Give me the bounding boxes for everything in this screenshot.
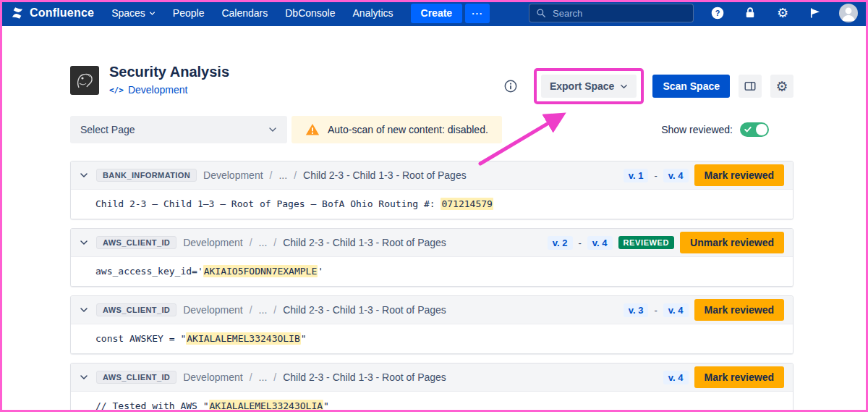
finding-row: AWS_CLIENT_ID Development / ... / Child …	[70, 295, 793, 354]
scan-space-button[interactable]: Scan Space	[652, 75, 730, 98]
mark-reviewed-button[interactable]: Mark reviewed	[694, 366, 785, 388]
nav-item-dbconsole[interactable]: DbConsole	[285, 7, 335, 19]
select-page-dropdown[interactable]: Select Page	[70, 116, 287, 143]
unmark-reviewed-button[interactable]: Unmark reviewed	[680, 232, 784, 253]
gear-icon[interactable]: ⚙	[774, 4, 791, 22]
mark-reviewed-button[interactable]: Mark reviewed	[694, 164, 785, 186]
chevron-down-icon	[268, 125, 277, 134]
finding-snippet: // Tested with AWS "AKIALALEMEL33243OLIA…	[71, 391, 793, 412]
collapse-chevron-icon[interactable]	[80, 373, 88, 382]
chevron-down-icon	[620, 83, 628, 91]
mark-reviewed-button[interactable]: Mark reviewed	[694, 299, 785, 321]
help-icon[interactable]: ?	[709, 4, 726, 22]
finding-row: AWS_CLIENT_ID Development / ... / Child …	[70, 228, 793, 287]
finding-type-badge: AWS_CLIENT_ID	[96, 236, 176, 249]
finding-snippet: Child 2-3 — Child 1—3 — Root of Pages — …	[71, 189, 793, 219]
finding-row: AWS_CLIENT_ID Development / ... / Child …	[70, 363, 793, 412]
finding-type-badge: AWS_CLIENT_ID	[96, 303, 176, 316]
finding-header: BANK_INFORMATION Development / ... / Chi…	[71, 161, 793, 189]
panel-icon	[744, 80, 757, 93]
flag-icon[interactable]	[807, 4, 824, 22]
board-view-button[interactable]	[739, 75, 762, 98]
breadcrumb-ellipsis[interactable]: ...	[259, 304, 268, 316]
check-icon	[744, 126, 752, 133]
gear-icon: ⚙	[775, 80, 788, 93]
svg-text:?: ?	[715, 9, 720, 17]
collapse-chevron-icon[interactable]	[80, 238, 88, 247]
warning-icon	[305, 122, 320, 137]
secret-highlight: AKIAIO5FODNN7EXAMPLE	[203, 265, 318, 277]
top-navbar: Confluence Spaces People Calendars DbCon…	[0, 0, 868, 26]
info-icon[interactable]	[503, 79, 518, 93]
confluence-logo-icon	[10, 6, 25, 20]
breadcrumb-space[interactable]: Development	[203, 169, 263, 181]
breadcrumb-space[interactable]: Development	[183, 371, 243, 383]
version-from-link[interactable]: v. 3	[624, 303, 649, 317]
toolbar-row: Select Page Auto-scan of new content: di…	[70, 116, 793, 143]
breadcrumb-space[interactable]: Development	[183, 304, 243, 316]
secret-highlight: 071214579	[441, 198, 493, 210]
export-space-button[interactable]: Export Space	[541, 75, 637, 98]
finding-type-badge: BANK_INFORMATION	[96, 169, 197, 182]
secret-highlight: AKIALALEMEL33243OLIA	[209, 400, 324, 412]
chevron-down-icon	[149, 10, 156, 17]
version-to-link[interactable]: v. 4	[663, 303, 689, 317]
user-avatar[interactable]	[839, 4, 858, 22]
space-settings-button[interactable]: ⚙	[770, 75, 793, 98]
version-from-link[interactable]: v. 1	[624, 169, 649, 182]
space-link-development[interactable]: Development	[128, 84, 188, 96]
version-to-link[interactable]: v. 4	[587, 236, 613, 250]
space-type-icon: </>	[109, 85, 124, 95]
space-avatar[interactable]	[70, 66, 99, 95]
show-reviewed-toggle[interactable]	[740, 122, 769, 137]
confluence-home-link[interactable]: Confluence	[10, 6, 94, 20]
lock-icon[interactable]	[741, 4, 759, 22]
page-header: Security Analysis </> Development Export…	[70, 64, 793, 104]
collapse-chevron-icon[interactable]	[80, 171, 88, 180]
findings-list: BANK_INFORMATION Development / ... / Chi…	[70, 161, 793, 412]
nav-item-analytics[interactable]: Analytics	[353, 7, 393, 19]
finding-row: BANK_INFORMATION Development / ... / Chi…	[70, 161, 793, 219]
reviewed-badge: REVIEWED	[618, 236, 674, 249]
finding-snippet: const AWSKEY = "AKIALALEMEL33243OLIB"	[71, 324, 793, 353]
breadcrumb-space[interactable]: Development	[183, 237, 243, 248]
breadcrumb-page[interactable]: Child 2-3 - Child 1-3 - Root of Pages	[283, 371, 446, 383]
secret-highlight: AKIALALEMEL33243OLIB	[186, 332, 301, 345]
toggle-knob	[756, 124, 767, 135]
breadcrumb-ellipsis[interactable]: ...	[259, 371, 268, 383]
nav-more-button[interactable]: ···	[465, 4, 490, 23]
breadcrumb-page[interactable]: Child 2-3 - Child 1-3 - Root of Pages	[283, 237, 446, 248]
breadcrumb-page[interactable]: Child 2-3 - Child 1-3 - Root of Pages	[283, 304, 446, 316]
version-to-link[interactable]: v. 4	[663, 169, 689, 182]
finding-snippet: aws_access_key_id='AKIAIO5FODNN7EXAMPLE'	[71, 256, 793, 286]
main-content: Security Analysis </> Development Export…	[0, 26, 868, 412]
finding-header: AWS_CLIENT_ID Development / ... / Child …	[71, 229, 793, 256]
breadcrumb-ellipsis[interactable]: ...	[278, 169, 287, 181]
create-button[interactable]: Create	[411, 4, 463, 23]
page-title: Security Analysis	[109, 64, 229, 80]
version-link[interactable]: v. 4	[663, 371, 689, 384]
breadcrumb-ellipsis[interactable]: ...	[259, 237, 268, 248]
show-reviewed-label: Show reviewed:	[661, 124, 733, 135]
nav-item-people[interactable]: People	[173, 7, 205, 19]
search-box[interactable]	[529, 4, 694, 22]
search-icon	[536, 8, 546, 18]
nav-item-calendars[interactable]: Calendars	[221, 7, 268, 19]
annotation-highlight-box: Export Space	[534, 68, 644, 104]
primary-nav: Spaces People Calendars DbConsole Analyt…	[111, 7, 393, 19]
finding-header: AWS_CLIENT_ID Development / ... / Child …	[71, 296, 793, 324]
autoscan-warning-banner: Auto-scan of new content: disabled.	[292, 116, 502, 143]
collapse-chevron-icon[interactable]	[80, 306, 88, 314]
brand-name: Confluence	[30, 7, 94, 20]
version-from-link[interactable]: v. 2	[548, 236, 573, 250]
nav-item-spaces[interactable]: Spaces	[111, 7, 156, 19]
search-input[interactable]	[551, 7, 674, 20]
finding-type-badge: AWS_CLIENT_ID	[96, 371, 176, 384]
warning-text: Auto-scan of new content: disabled.	[328, 124, 488, 135]
finding-header: AWS_CLIENT_ID Development / ... / Child …	[71, 363, 793, 391]
breadcrumb-page[interactable]: Child 2-3 - Child 1-3 - Root of Pages	[303, 169, 467, 181]
